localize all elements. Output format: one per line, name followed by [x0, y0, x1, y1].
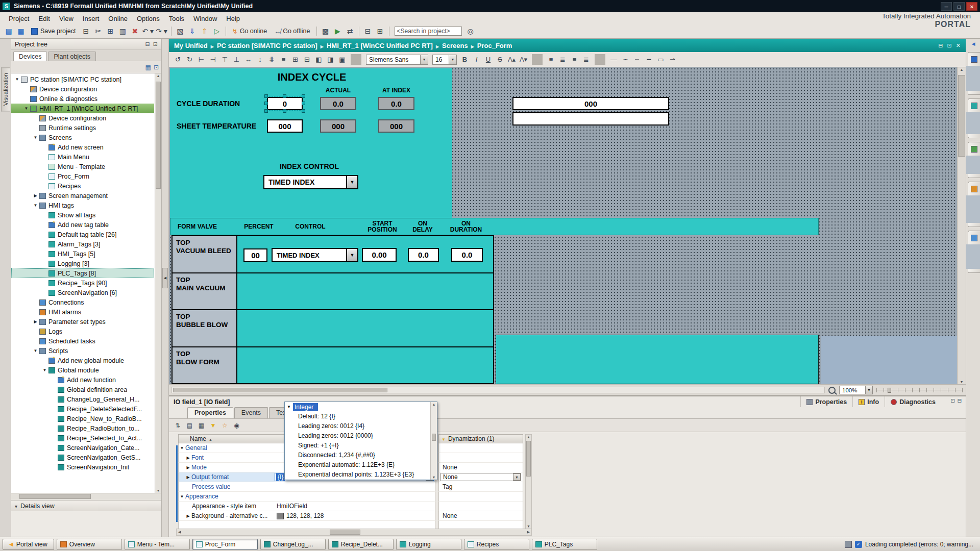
- toolbar-icon[interactable]: ┈: [632, 54, 643, 65]
- toolbar-icon[interactable]: ✂: [92, 26, 104, 37]
- scroll-up-icon[interactable]: [155, 74, 161, 78]
- property-row-background-alt[interactable]: Background - alternative c... 128, 128, …: [178, 511, 523, 521]
- tree-item[interactable]: Screen management: [11, 191, 154, 201]
- portal-view-button[interactable]: Portal view: [3, 539, 54, 550]
- toolbar-icon[interactable]: B: [459, 54, 470, 65]
- toolbar-icon[interactable]: ▧: [175, 26, 186, 37]
- tree-item[interactable]: HMI alarms: [11, 307, 154, 317]
- tree-item[interactable]: PC station [SIMATIC PC station]: [11, 74, 154, 84]
- font-size-select[interactable]: 16 ▼: [432, 55, 457, 65]
- close-button[interactable]: [966, 2, 977, 11]
- menu-item[interactable]: View: [55, 13, 78, 24]
- toolbar-icon[interactable]: ≣: [581, 54, 592, 65]
- toolbar-icon[interactable]: ≡: [546, 54, 556, 65]
- tree-item[interactable]: Add new tag table: [11, 220, 154, 230]
- project-tree-tab[interactable]: Devices: [13, 52, 47, 61]
- dropdown-item[interactable]: Exponential decimal points: 1.123E+3 {E3…: [285, 470, 430, 480]
- toolbar-icon[interactable]: S: [495, 54, 505, 65]
- editor-minimize-icon[interactable]: [938, 42, 943, 49]
- tree-filter-icon[interactable]: [145, 64, 151, 71]
- side-tab[interactable]: Layout: [968, 98, 980, 138]
- menu-item[interactable]: Project: [4, 13, 34, 24]
- tree-item[interactable]: Show all tags: [11, 210, 154, 220]
- toolbar-icon[interactable]: [389, 27, 389, 36]
- go-offline-button[interactable]: ↮ Go offline: [271, 26, 313, 37]
- toolbar-icon[interactable]: ⇅: [173, 420, 183, 430]
- breadcrumb-item[interactable]: PC station [SIMATIC PC station]: [217, 42, 324, 49]
- toolbar-icon[interactable]: [316, 27, 317, 36]
- taskbar-editor-button[interactable]: Logging: [396, 539, 461, 550]
- toolbar-icon[interactable]: —: [608, 54, 619, 65]
- toolbar-icon[interactable]: ≡: [569, 54, 580, 65]
- tree-item[interactable]: Proc_Form: [11, 171, 154, 181]
- tree-item[interactable]: HMI_RT_1 [WinCC Unified PC RT]: [11, 104, 154, 113]
- toolbar-icon[interactable]: ◎: [465, 26, 476, 37]
- taskbar-editor-button[interactable]: Overview: [57, 539, 122, 550]
- toolbar-icon[interactable]: ⊞: [290, 54, 301, 65]
- tree-expand-arrow[interactable]: [23, 106, 29, 111]
- toolbar-icon[interactable]: ⋕: [266, 54, 277, 65]
- toolbar-icon[interactable]: ⊣: [208, 54, 218, 65]
- tree-item[interactable]: Recipe_RadioButton_to...: [11, 423, 154, 433]
- toolbar-icon[interactable]: ≡: [278, 54, 289, 65]
- inspector-tab[interactable]: Diagnostics: [885, 396, 941, 407]
- tree-item[interactable]: Device configuration: [11, 84, 154, 94]
- tree-expand-arrow[interactable]: [33, 203, 38, 208]
- panel-float-icon[interactable]: [950, 398, 954, 404]
- toolbar-icon[interactable]: ◧: [313, 54, 324, 65]
- tree-expand-arrow[interactable]: [33, 348, 38, 353]
- tree-item[interactable]: Add new screen: [11, 142, 154, 152]
- dynamization-column-header[interactable]: Dynamization (1): [438, 434, 523, 443]
- chevron-down-icon[interactable]: ▼: [346, 249, 357, 261]
- toolbar-icon[interactable]: ▶: [332, 26, 344, 37]
- inspector-tab[interactable]: Info: [852, 396, 885, 407]
- inspector-tab[interactable]: Properties: [800, 396, 852, 407]
- collapse-right-panel-icon[interactable]: [969, 41, 977, 48]
- toolbar-icon[interactable]: [226, 27, 226, 36]
- row1-control-dropdown[interactable]: TIMED INDEX ▼: [272, 248, 358, 262]
- tree-item[interactable]: Connections: [11, 297, 154, 307]
- aux-io-field-2[interactable]: [512, 112, 669, 126]
- toolbar-icon[interactable]: A▾: [518, 54, 529, 65]
- tree-item[interactable]: HMI tags: [11, 201, 154, 210]
- toolbar-icon[interactable]: ▤: [185, 420, 194, 430]
- row1-on-duration-field[interactable]: 0.0: [451, 248, 483, 262]
- toolbar-icon[interactable]: ▼: [208, 420, 218, 430]
- property-row-style-item[interactable]: Appearance - style item HmiIOField: [178, 502, 523, 511]
- toolbar-icon[interactable]: ✖: [129, 26, 140, 37]
- toolbar-icon[interactable]: ◉: [232, 420, 241, 430]
- tree-expand-all-icon[interactable]: [154, 64, 159, 71]
- toolbar-icon[interactable]: ⊟: [80, 26, 91, 37]
- row1-percent-field[interactable]: 00: [243, 248, 267, 262]
- taskbar-editor-button[interactable]: Proc_Form: [192, 539, 258, 550]
- toolbar-icon[interactable]: [171, 27, 172, 36]
- side-tab[interactable]: Toolbox: [968, 52, 980, 95]
- dropdown-scrollbar[interactable]: [430, 402, 437, 480]
- chevron-down-icon[interactable]: ▼: [346, 176, 357, 188]
- toolbar-icon[interactable]: ▩: [320, 26, 331, 37]
- tree-item[interactable]: Screens: [11, 133, 154, 142]
- tree-item[interactable]: Recipe_Selected_to_Act...: [11, 433, 154, 443]
- toolbar-icon[interactable]: [359, 27, 359, 36]
- tree-item[interactable]: Online & diagnostics: [11, 94, 154, 104]
- dropdown-item[interactable]: Leading zeros: 0012 {I4}: [285, 421, 430, 431]
- project-tree-tab[interactable]: Plant objects: [48, 52, 96, 61]
- tree-item[interactable]: Add new function: [11, 375, 154, 385]
- output-format-dynamization-select[interactable]: None ▼: [440, 473, 521, 481]
- toolbar-icon[interactable]: ↺: [173, 54, 183, 65]
- taskbar-editor-button[interactable]: Recipes: [464, 539, 529, 550]
- toolbar-icon[interactable]: ↔: [243, 54, 254, 65]
- menu-item[interactable]: Online: [104, 13, 132, 24]
- tree-item[interactable]: Scripts: [11, 346, 154, 356]
- toolbar-icon[interactable]: ▭: [655, 54, 666, 65]
- toolbar-icon[interactable]: ▷: [211, 26, 223, 37]
- chevron-down-icon[interactable]: ▼: [513, 473, 521, 481]
- index-control-dropdown[interactable]: TIMED INDEX ▼: [263, 175, 358, 189]
- toolbar-icon[interactable]: ☆: [220, 420, 230, 430]
- tree-item[interactable]: Recipe_New_to_RadioB...: [11, 414, 154, 423]
- properties-tab[interactable]: Properties: [187, 407, 233, 418]
- grid-vertical-scrollbar[interactable]: [525, 434, 532, 529]
- toolbar-icon[interactable]: ⊢: [196, 54, 207, 65]
- tree-item[interactable]: ScreenNavigation_Init: [11, 462, 154, 472]
- visualization-tab[interactable]: Visualization: [1, 67, 10, 111]
